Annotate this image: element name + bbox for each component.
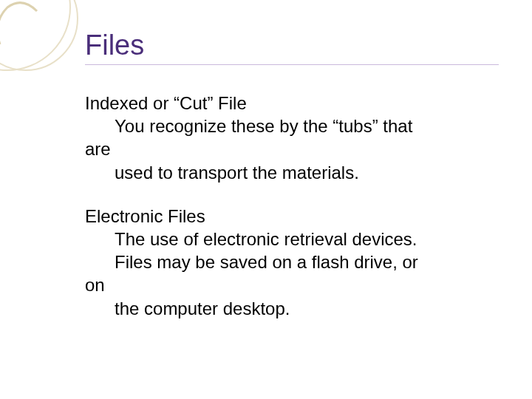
section1-heading: Indexed or “Cut” File <box>85 92 502 115</box>
page-title: Files <box>85 30 499 65</box>
section1-line3: used to transport the materials. <box>85 161 502 184</box>
svg-point-0 <box>0 0 70 70</box>
body-text: Indexed or “Cut” File You recognize thes… <box>85 92 502 320</box>
section2-heading: Electronic Files <box>85 205 502 228</box>
section1-line2: are <box>85 137 502 160</box>
section2-line3: on <box>85 273 502 296</box>
slide-content: Files Indexed or “Cut” File You recogniz… <box>85 30 502 341</box>
section2-line1: The use of electronic retrieval devices. <box>85 228 502 250</box>
section2-line4: the computer desktop. <box>85 297 502 320</box>
section-electronic: Electronic Files The use of electronic r… <box>85 205 502 320</box>
svg-point-1 <box>0 0 78 70</box>
section2-line2: Files may be saved on a flash drive, or <box>85 250 502 273</box>
section-indexed: Indexed or “Cut” File You recognize thes… <box>85 92 502 184</box>
section1-line1: You recognize these by the “tubs” that <box>85 115 502 137</box>
